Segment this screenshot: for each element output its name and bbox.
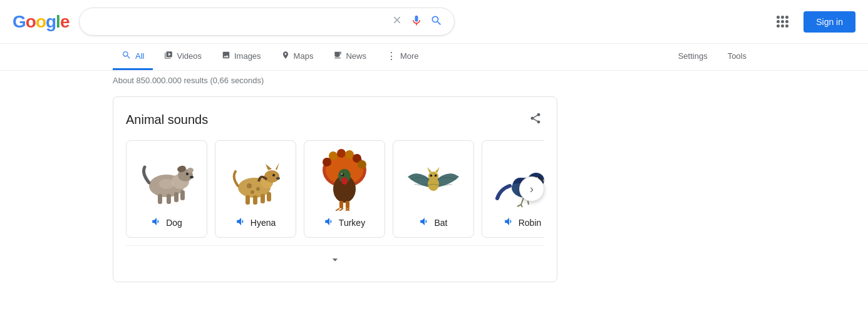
- tab-videos[interactable]: Videos: [155, 44, 210, 69]
- carousel-next-button[interactable]: ›: [519, 176, 544, 201]
- svg-point-29: [329, 151, 338, 160]
- svg-point-31: [345, 150, 354, 159]
- tab-videos-label: Videos: [177, 51, 202, 61]
- microphone-icon: [410, 14, 423, 27]
- tab-more-label: More: [400, 51, 419, 61]
- apps-button[interactable]: [772, 11, 793, 33]
- bat-name: Bat: [434, 218, 447, 228]
- svg-point-50: [435, 175, 437, 177]
- sign-in-button[interactable]: Sign in: [803, 11, 855, 33]
- animal-card-bat[interactable]: Bat: [393, 140, 474, 238]
- dog-image: [135, 148, 198, 211]
- svg-marker-18: [266, 164, 272, 170]
- svg-point-15: [251, 190, 254, 194]
- svg-point-11: [159, 179, 174, 189]
- dog-sound-icon: [151, 216, 162, 230]
- svg-rect-22: [261, 194, 265, 203]
- microphone-button[interactable]: [409, 13, 424, 30]
- tab-news[interactable]: News: [324, 44, 375, 69]
- svg-point-49: [430, 175, 433, 177]
- dog-illustration: [135, 151, 198, 208]
- search-bar: What sound does a dog make: [79, 8, 455, 36]
- tools-label: Tools: [728, 51, 747, 61]
- search-button[interactable]: [429, 13, 444, 30]
- svg-rect-40: [346, 201, 349, 208]
- svg-point-37: [341, 173, 344, 176]
- news-icon: [333, 51, 342, 61]
- search-icon: [430, 14, 443, 27]
- header-right: Sign in: [772, 11, 855, 33]
- dog-name: Dog: [166, 218, 182, 228]
- results-info: About 850.000.000 results (0,66 seconds): [0, 71, 868, 90]
- hyena-sound-icon: [235, 216, 247, 230]
- turkey-image: [313, 148, 376, 211]
- card-title: Animal sounds: [126, 113, 208, 127]
- animal-card-hyena[interactable]: Hyena: [215, 140, 296, 238]
- expand-button[interactable]: [329, 253, 341, 269]
- svg-marker-47: [427, 167, 431, 173]
- svg-point-9: [186, 173, 189, 175]
- share-button[interactable]: [527, 110, 544, 130]
- animal-carousel: Dog: [126, 140, 544, 238]
- card-header: Animal sounds: [126, 110, 544, 130]
- animal-card-dog[interactable]: Dog: [126, 140, 207, 238]
- svg-point-30: [337, 149, 346, 158]
- results-count: About 850.000.000 results (0,66 seconds): [113, 76, 264, 85]
- turkey-illustration: [313, 148, 376, 211]
- tab-images-label: Images: [234, 51, 261, 61]
- svg-line-41: [336, 208, 339, 211]
- svg-point-25: [276, 177, 280, 180]
- header: Google What sound does a dog make: [0, 0, 868, 44]
- animal-card-turkey[interactable]: Turkey: [304, 140, 385, 238]
- svg-point-38: [341, 173, 343, 175]
- svg-point-28: [323, 158, 331, 166]
- all-icon: [121, 50, 132, 62]
- svg-point-10: [190, 176, 194, 178]
- bat-sound-icon: [419, 216, 430, 230]
- nav-right: Settings Tools: [669, 45, 755, 69]
- svg-rect-20: [245, 195, 250, 205]
- turkey-label: Turkey: [324, 216, 365, 230]
- svg-rect-39: [339, 201, 343, 208]
- main-content: Animal sounds: [0, 90, 868, 288]
- tab-more[interactable]: ⋮ More: [378, 45, 428, 69]
- tab-all[interactable]: All: [113, 44, 153, 70]
- robin-label: Robin: [504, 216, 542, 230]
- svg-point-46: [428, 171, 438, 181]
- turkey-sound-icon: [324, 216, 335, 230]
- videos-icon: [164, 51, 173, 61]
- apps-grid-icon: [777, 16, 788, 28]
- tab-maps[interactable]: Maps: [272, 44, 323, 69]
- svg-line-59: [517, 205, 521, 206]
- share-icon: [529, 112, 542, 125]
- svg-line-57: [521, 198, 524, 205]
- expand-icon: [329, 253, 341, 266]
- svg-rect-5: [158, 194, 162, 204]
- tab-images[interactable]: Images: [213, 44, 270, 69]
- svg-point-17: [264, 170, 279, 183]
- search-input[interactable]: What sound does a dog make: [90, 16, 385, 28]
- svg-point-4: [187, 168, 194, 173]
- turkey-name: Turkey: [339, 218, 365, 228]
- more-icon: ⋮: [386, 51, 396, 61]
- svg-line-42: [339, 208, 343, 211]
- carousel-next-icon: ›: [530, 183, 534, 196]
- animal-carousel-wrapper: Dog: [126, 140, 544, 238]
- svg-marker-19: [276, 163, 279, 170]
- clear-button[interactable]: [390, 13, 404, 30]
- hyena-image: [224, 148, 287, 211]
- bat-label: Bat: [419, 216, 447, 230]
- nav-tabs: All Videos Images Maps News ⋮ More Setti…: [0, 44, 868, 71]
- svg-point-14: [256, 187, 260, 191]
- svg-rect-7: [174, 192, 178, 202]
- robin-name: Robin: [519, 218, 542, 228]
- tools-link[interactable]: Tools: [719, 45, 755, 69]
- dog-label: Dog: [151, 216, 182, 230]
- settings-link[interactable]: Settings: [669, 45, 716, 69]
- clear-icon: [391, 14, 403, 26]
- hyena-label: Hyena: [235, 216, 276, 230]
- svg-rect-21: [253, 195, 257, 205]
- google-logo[interactable]: Google: [13, 12, 69, 32]
- expand-row: [126, 245, 544, 269]
- robin-sound-icon: [504, 216, 515, 230]
